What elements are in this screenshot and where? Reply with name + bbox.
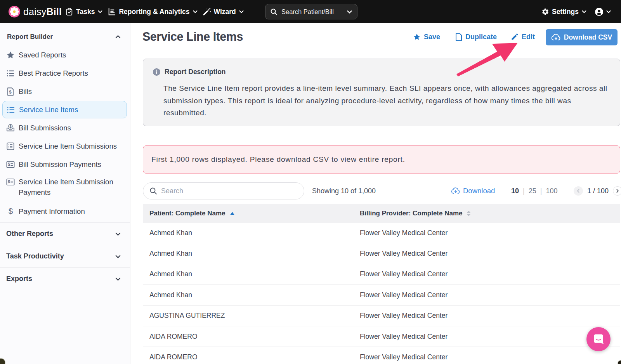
svg-text:$: $	[9, 207, 13, 215]
svg-text:$: $	[9, 89, 12, 94]
svg-text:$: $	[10, 124, 12, 128]
svg-text:$: $	[8, 180, 10, 184]
svg-text:$: $	[8, 162, 10, 166]
